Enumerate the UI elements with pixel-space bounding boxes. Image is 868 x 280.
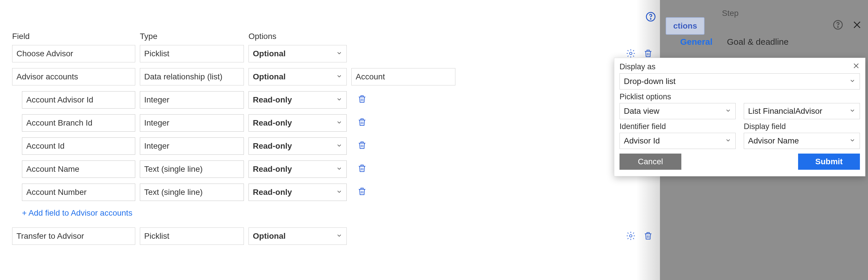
cancel-button[interactable]: Cancel bbox=[620, 153, 681, 170]
field-row-choose-advisor: Choose Advisor Picklist Optional bbox=[6, 45, 673, 62]
chevron-down-icon bbox=[336, 118, 342, 128]
field-name-input[interactable]: Account Number bbox=[22, 184, 135, 201]
identifier-field-label: Identifier field bbox=[620, 122, 666, 131]
field-options-select[interactable]: Read-only bbox=[248, 114, 347, 132]
tab-goal-deadline[interactable]: Goal & deadline bbox=[727, 37, 789, 47]
trash-icon[interactable] bbox=[357, 140, 367, 152]
field-row-child: Account Branch IdIntegerRead-only bbox=[6, 114, 673, 132]
picklist-options-label: Picklist options bbox=[620, 92, 671, 101]
field-row-advisor-accounts: Advisor accounts Data relationship (list… bbox=[6, 68, 673, 85]
chevron-down-icon bbox=[336, 49, 342, 58]
source-select[interactable]: List FinancialAdvisor bbox=[744, 103, 860, 119]
close-icon[interactable] bbox=[852, 20, 862, 32]
field-type-input[interactable]: Integer bbox=[140, 114, 244, 132]
field-options-value: Read-only bbox=[253, 188, 292, 197]
field-type-input[interactable]: Integer bbox=[140, 137, 244, 155]
svg-point-2 bbox=[630, 52, 632, 55]
field-name-input[interactable]: Account Branch Id bbox=[22, 114, 135, 132]
field-options-value: Read-only bbox=[253, 141, 292, 151]
chevron-down-icon bbox=[336, 95, 342, 104]
actions-button[interactable]: ctions bbox=[666, 17, 705, 35]
header-options: Options bbox=[248, 32, 347, 41]
gear-icon[interactable] bbox=[626, 231, 636, 243]
field-row-child: Account Advisor IdIntegerRead-only bbox=[6, 91, 673, 109]
source-label bbox=[744, 92, 746, 101]
display-as-value: Drop-down list bbox=[624, 77, 676, 86]
field-name-input[interactable]: Advisor accounts bbox=[12, 68, 135, 85]
help-icon[interactable] bbox=[833, 20, 843, 32]
chevron-down-icon bbox=[849, 136, 856, 145]
field-reference-input[interactable]: Account bbox=[351, 68, 455, 85]
display-field-label: Display field bbox=[744, 122, 786, 131]
field-options-value: Read-only bbox=[253, 95, 292, 104]
form-designer: Field Type Options Choose Advisor Pickli… bbox=[0, 0, 679, 280]
field-type-input[interactable]: Data relationship (list) bbox=[140, 68, 244, 85]
header-type: Type bbox=[140, 32, 244, 41]
field-options-select[interactable]: Read-only bbox=[248, 137, 347, 155]
source-value: List FinancialAdvisor bbox=[748, 107, 823, 116]
trash-icon[interactable] bbox=[357, 163, 367, 175]
column-headers: Field Type Options bbox=[6, 32, 673, 41]
chevron-down-icon bbox=[336, 232, 342, 241]
chevron-down-icon bbox=[849, 77, 856, 86]
field-options-select[interactable]: Read-only bbox=[248, 161, 347, 178]
field-options-select[interactable]: Optional bbox=[248, 45, 347, 62]
field-type-input[interactable]: Integer bbox=[140, 91, 244, 109]
close-icon[interactable] bbox=[852, 62, 860, 72]
field-options-value: Optional bbox=[253, 232, 286, 241]
chevron-down-icon bbox=[725, 136, 731, 145]
field-options-select[interactable]: Read-only bbox=[248, 184, 347, 201]
display-as-select[interactable]: Drop-down list bbox=[620, 73, 860, 90]
svg-point-5 bbox=[838, 27, 838, 27]
field-row-transfer-advisor: Transfer to Advisor Picklist Optional bbox=[6, 228, 673, 245]
field-row-child: Account IdIntegerRead-only bbox=[6, 137, 673, 155]
svg-point-3 bbox=[630, 235, 632, 237]
field-type-input[interactable]: Text (single line) bbox=[140, 184, 244, 201]
identifier-field-value: Advisor Id bbox=[624, 136, 660, 145]
field-options-value: Optional bbox=[253, 72, 286, 81]
chevron-down-icon bbox=[336, 188, 342, 197]
chevron-down-icon bbox=[336, 141, 342, 151]
display-as-label: Display as bbox=[620, 62, 656, 71]
add-field-link[interactable]: + Add field to Advisor accounts bbox=[6, 208, 673, 218]
side-tabs: General Goal & deadline bbox=[660, 37, 868, 47]
picklist-options-select[interactable]: Data view bbox=[620, 103, 736, 119]
field-options-value: Read-only bbox=[253, 118, 292, 128]
field-name-input[interactable]: Account Id bbox=[22, 137, 135, 155]
identifier-field-select[interactable]: Advisor Id bbox=[620, 133, 736, 149]
display-field-value: Advisor Name bbox=[748, 136, 799, 145]
field-options-select[interactable]: Optional bbox=[248, 68, 347, 85]
field-options-value: Optional bbox=[253, 49, 286, 58]
field-name-input[interactable]: Account Name bbox=[22, 161, 135, 178]
field-options-value: Read-only bbox=[253, 165, 292, 174]
trash-icon[interactable] bbox=[357, 186, 367, 198]
step-label: Step bbox=[722, 9, 833, 18]
chevron-down-icon bbox=[336, 72, 342, 81]
tab-general[interactable]: General bbox=[680, 37, 713, 47]
field-name-input[interactable]: Choose Advisor bbox=[12, 45, 135, 62]
chevron-down-icon bbox=[725, 107, 731, 116]
chevron-down-icon bbox=[849, 107, 856, 116]
header-field: Field bbox=[12, 32, 135, 41]
picklist-config-modal: Display as Drop-down list Picklist optio… bbox=[614, 58, 865, 176]
field-options-select[interactable]: Read-only bbox=[248, 91, 347, 109]
picklist-options-value: Data view bbox=[624, 107, 659, 116]
display-field-select[interactable]: Advisor Name bbox=[744, 133, 860, 149]
trash-icon[interactable] bbox=[357, 94, 367, 106]
field-row-child: Account NameText (single line)Read-only bbox=[6, 161, 673, 178]
field-name-input[interactable]: Account Advisor Id bbox=[22, 91, 135, 109]
chevron-down-icon bbox=[336, 165, 342, 174]
submit-button[interactable]: Submit bbox=[798, 153, 860, 170]
field-name-input[interactable]: Transfer to Advisor bbox=[12, 228, 135, 245]
trash-icon[interactable] bbox=[357, 117, 367, 129]
field-type-input[interactable]: Picklist bbox=[140, 228, 244, 245]
field-options-select[interactable]: Optional bbox=[248, 228, 347, 245]
field-type-input[interactable]: Picklist bbox=[140, 45, 244, 62]
field-type-input[interactable]: Text (single line) bbox=[140, 161, 244, 178]
field-row-child: Account NumberText (single line)Read-onl… bbox=[6, 184, 673, 201]
